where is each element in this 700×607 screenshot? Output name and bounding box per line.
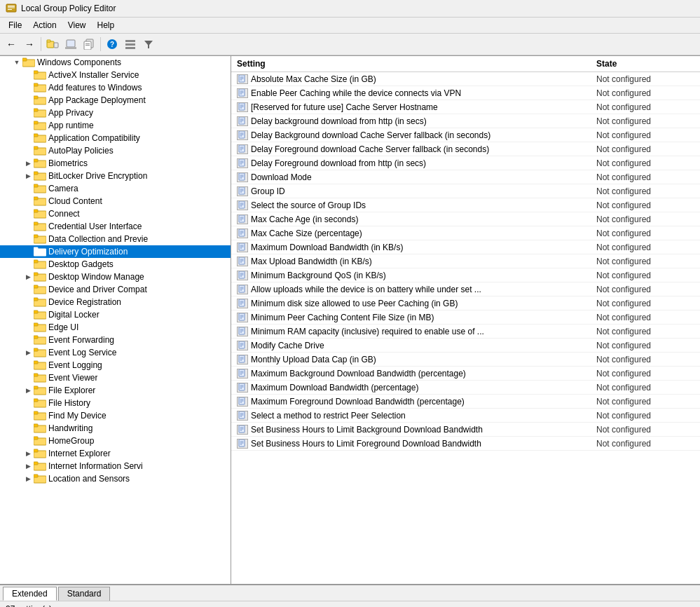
tree-label: Cloud Content xyxy=(48,196,102,206)
setting-row[interactable]: Maximum Foreground Download Bandwidth (p… xyxy=(231,395,700,409)
copy-button[interactable] xyxy=(81,36,97,53)
setting-row[interactable]: Set Business Hours to Limit Background D… xyxy=(231,423,700,437)
tree-item-internet-info[interactable]: Internet Information Servi xyxy=(0,460,231,472)
setting-row[interactable]: Delay Background download Cache Server f… xyxy=(231,128,700,142)
menu-help[interactable]: Help xyxy=(92,19,121,32)
tree-item-app-runtime[interactable]: App runtime xyxy=(0,119,231,132)
svg-rect-98 xyxy=(240,107,242,108)
tree-item-find-my-device[interactable]: Find My Device xyxy=(0,409,231,422)
setting-row[interactable]: Max Cache Size (percentage)Not configure… xyxy=(231,226,700,240)
tree-item-device-reg[interactable]: Device Registration xyxy=(0,296,231,308)
help-button[interactable]: ? xyxy=(104,36,121,53)
tree-item-location-sensors[interactable]: Location and Sensors xyxy=(0,472,231,485)
svg-rect-6 xyxy=(54,43,58,48)
tree-item-app-privacy[interactable]: App Privacy xyxy=(0,107,231,119)
setting-row[interactable]: Select the source of Group IDsNot config… xyxy=(231,198,700,212)
tree-item-digital-locker[interactable]: Digital Locker xyxy=(0,308,231,321)
tree-item-edge-ui[interactable]: Edge UI xyxy=(0,321,231,334)
forward-button[interactable]: → xyxy=(21,36,38,53)
window-title: Local Group Policy Editor xyxy=(21,4,116,13)
expand-arrow[interactable] xyxy=(22,158,34,169)
tree-item-connect[interactable]: Connect xyxy=(0,207,231,220)
tree-item-homegroup[interactable]: HomeGroup xyxy=(0,435,231,447)
tree-item-delivery-opt[interactable]: Delivery Optimization xyxy=(0,245,231,258)
tree-item-camera[interactable]: Camera xyxy=(0,182,231,195)
tree-item-data-collection[interactable]: Data Collection and Previe xyxy=(0,233,231,245)
up-button[interactable] xyxy=(62,36,79,53)
tree-item-file-explorer[interactable]: File Explorer xyxy=(0,384,231,397)
svg-rect-122 xyxy=(240,191,242,192)
tree-item-autoplay[interactable]: AutoPlay Policies xyxy=(0,144,231,157)
setting-row[interactable]: Max Upload Bandwidth (in KB/s)Not config… xyxy=(231,254,700,268)
svg-rect-100 xyxy=(240,118,244,119)
setting-row[interactable]: Minimum RAM capacity (inclusive) require… xyxy=(231,325,700,339)
setting-row[interactable]: Monthly Upload Data Cap (in GB)Not confi… xyxy=(231,353,700,367)
tree-item-app-package[interactable]: App Package Deployment xyxy=(0,94,231,107)
expand-arrow[interactable] xyxy=(22,271,34,282)
menu-file[interactable]: File xyxy=(3,19,27,32)
tree-item-desktop-window[interactable]: Desktop Window Manage xyxy=(0,271,231,283)
tree-item-app-compat[interactable]: Application Compatibility xyxy=(0,132,231,144)
tree-item-bitlocker[interactable]: BitLocker Drive Encryption xyxy=(0,170,231,182)
tree-item-event-fwd[interactable]: Event Forwarding xyxy=(0,334,231,346)
svg-rect-15 xyxy=(125,40,135,42)
setting-state: Not configured xyxy=(596,285,694,294)
tree-item-handwriting[interactable]: Handwriting xyxy=(0,422,231,435)
expand-arrow[interactable] xyxy=(22,473,34,484)
setting-row[interactable]: Minimum Background QoS (in KB/s)Not conf… xyxy=(231,268,700,282)
setting-row[interactable]: Delay background download from http (in … xyxy=(231,114,700,128)
setting-row[interactable]: Delay Foreground download from http (in … xyxy=(231,156,700,170)
tree-item-internet-explorer[interactable]: Internet Explorer xyxy=(0,447,231,460)
setting-row[interactable]: Maximum Download Bandwidth (in KB/s)Not … xyxy=(231,240,700,254)
tree-item-activex[interactable]: ActiveX Installer Service xyxy=(0,69,231,81)
setting-row[interactable]: Delay Foreground download Cache Server f… xyxy=(231,142,700,156)
setting-row[interactable]: Allow uploads while the device is on bat… xyxy=(231,282,700,296)
expand-arrow[interactable] xyxy=(22,385,34,396)
svg-rect-149 xyxy=(240,288,244,289)
tree-item-credential-ui[interactable]: Credential User Interface xyxy=(0,220,231,233)
expand-arrow[interactable] xyxy=(22,448,34,459)
tree-item-event-viewer[interactable]: Event Viewer xyxy=(0,371,231,384)
setting-name: Select the source of Group IDs xyxy=(251,200,596,210)
setting-row[interactable]: Maximum Download Bandwidth (percentage)N… xyxy=(231,381,700,395)
expand-arrow[interactable] xyxy=(22,347,34,358)
tree-item-cloud-content[interactable]: Cloud Content xyxy=(0,195,231,207)
expand-arrow[interactable] xyxy=(22,170,34,182)
tree-item-event-logging[interactable]: Event Logging xyxy=(0,359,231,371)
tree-item-device-driver[interactable]: Device and Driver Compat xyxy=(0,283,231,296)
setting-row[interactable]: Absolute Max Cache Size (in GB)Not confi… xyxy=(231,72,700,86)
menu-action[interactable]: Action xyxy=(27,19,62,32)
svg-rect-189 xyxy=(240,428,244,429)
browse-button[interactable] xyxy=(44,36,61,53)
setting-row[interactable]: Select a method to restrict Peer Selecti… xyxy=(231,409,700,423)
tab-standard[interactable]: Standard xyxy=(58,587,111,601)
tree-label: BitLocker Drive Encryption xyxy=(48,171,147,181)
setting-row[interactable]: Modify Cache DriveNot configured xyxy=(231,339,700,353)
tree-item-event-log[interactable]: Event Log Service xyxy=(0,346,231,359)
expand-arrow[interactable] xyxy=(11,57,22,68)
tree-item-add-features[interactable]: Add features to Windows xyxy=(0,81,231,94)
folder-icon xyxy=(34,221,46,231)
setting-row[interactable]: Download ModeNot configured xyxy=(231,170,700,184)
setting-row[interactable]: Minimum Peer Caching Content File Size (… xyxy=(231,311,700,325)
menu-view[interactable]: View xyxy=(62,19,92,32)
setting-row[interactable]: [Reserved for future use] Cache Server H… xyxy=(231,100,700,114)
tree-item-file-history[interactable]: File History xyxy=(0,397,231,409)
tab-extended[interactable]: Extended xyxy=(3,587,57,601)
tree-item-desktop-gadgets[interactable]: Desktop Gadgets xyxy=(0,258,231,271)
expand-arrow[interactable] xyxy=(22,461,34,472)
setting-row[interactable]: Maximum Background Download Bandwidth (p… xyxy=(231,367,700,381)
tree-item-windows-components[interactable]: Windows Components xyxy=(0,56,231,69)
view-button[interactable] xyxy=(122,36,139,53)
svg-rect-62 xyxy=(34,323,38,326)
setting-row[interactable]: Enable Peer Caching while the device con… xyxy=(231,86,700,100)
setting-row[interactable]: Minimum disk size allowed to use Peer Ca… xyxy=(231,296,700,311)
back-button[interactable]: ← xyxy=(3,36,20,53)
tree-item-biometrics[interactable]: Biometrics xyxy=(0,157,231,170)
setting-row[interactable]: Max Cache Age (in seconds)Not configured xyxy=(231,212,700,226)
setting-row[interactable]: Group IDNot configured xyxy=(231,184,700,198)
setting-row[interactable]: Set Business Hours to Limit Foreground D… xyxy=(231,437,700,451)
svg-rect-180 xyxy=(240,399,244,400)
filter-button[interactable] xyxy=(140,36,157,53)
setting-icon xyxy=(237,355,248,364)
